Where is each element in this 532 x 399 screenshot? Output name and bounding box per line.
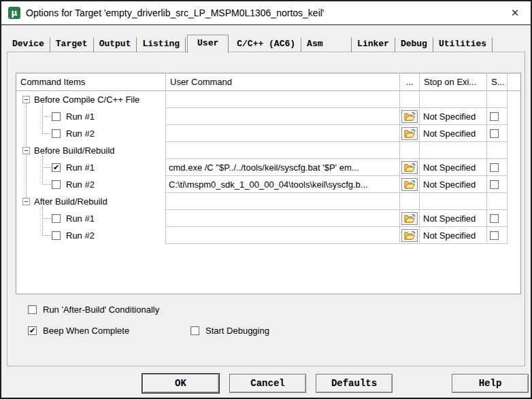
run-enable-checkbox[interactable] [52,112,61,121]
user-command-cell[interactable] [166,210,400,227]
open-folder-icon [404,230,416,240]
run-enable-checkbox[interactable] [52,214,61,223]
checkmark-icon: ✔ [53,164,59,171]
table-row[interactable]: Run #2 Not Specified [16,125,520,142]
run-enable-checkbox[interactable] [52,231,61,240]
s-checkbox[interactable] [490,180,499,189]
col-header-command-items: Command Items [16,73,166,91]
stop-on-exit-cell[interactable]: Not Specified [420,210,487,227]
option-run-after-build: Run 'After-Build' Conditionally [28,305,159,315]
table-row[interactable]: − Before Build/Rebuild [16,142,520,159]
stop-on-exit-cell[interactable]: Not Specified [420,159,487,176]
table-row[interactable]: Run #2 Not Specified [16,227,520,244]
open-folder-icon [404,179,416,189]
col-header-user-command: User Command [166,73,400,91]
user-commands-table: Command Items User Command ... Stop on E… [16,73,521,294]
open-folder-icon [404,111,416,121]
col-header-stop-on-exit: Stop on Exi... [420,73,487,91]
window-title: Options for Target 'empty_driverlib_src_… [26,7,325,18]
user-command-cell[interactable] [166,227,400,244]
tree-group-label: Before Build/Rebuild [34,145,115,156]
checkmark-icon: ✔ [29,327,35,334]
table-header: Command Items User Command ... Stop on E… [16,73,520,91]
col-header-browse: ... [400,73,420,91]
tab-user[interactable]: User [187,35,229,53]
ok-button[interactable]: OK [142,374,219,393]
defaults-button[interactable]: Defaults [316,374,393,393]
title-bar: µ Options for Target 'empty_driverlib_sr… [1,1,531,25]
close-icon[interactable]: ✕ [499,1,531,24]
s-checkbox[interactable] [490,231,499,240]
cancel-button[interactable]: Cancel [229,374,306,393]
user-command-cell[interactable]: cmd.exe /C "$P../../tools/keil/syscfg.ba… [166,159,400,176]
user-command-cell[interactable]: C:\ti\mspm0_sdk_1_00_00_04\tools\keil\sy… [166,176,400,193]
user-command-cell[interactable] [166,108,400,125]
browse-button[interactable] [401,212,418,225]
tree-expander-icon[interactable]: − [22,147,30,154]
run-enable-checkbox[interactable] [52,129,61,138]
open-folder-icon [404,213,416,223]
run-after-build-label: Run 'After-Build' Conditionally [43,305,159,315]
tree-run-label: Run #2 [66,128,95,139]
uvision-app-icon: µ [8,7,20,19]
stop-on-exit-cell[interactable]: Not Specified [420,125,487,142]
run-enable-checkbox[interactable] [52,180,61,189]
beep-when-complete-label: Beep When Complete [43,326,129,336]
table-body: − Before Compile C/C++ File Run #1 [16,91,520,244]
tab-target[interactable]: Target [50,37,94,52]
tree-run-label: Run #1 [66,111,95,122]
tab-listing[interactable]: Listing [137,37,186,52]
tree-run-label: Run #1 [66,162,95,173]
tab-bar: Device Target Output Listing User C/C++ … [7,34,493,52]
user-command-cell[interactable] [166,125,400,142]
option-start-debugging: Start Debugging [190,326,269,336]
run-enable-checkbox[interactable]: ✔ [52,163,61,172]
browse-button[interactable] [401,110,418,123]
option-beep-when-complete: ✔ Beep When Complete [28,326,129,336]
browse-button[interactable] [401,161,418,174]
s-checkbox[interactable] [490,163,499,172]
tab-output[interactable]: Output [94,37,137,52]
table-row[interactable]: ✔ Run #1 cmd.exe /C "$P../../tools/keil/… [16,159,520,176]
tab-linker[interactable]: Linker [352,37,395,52]
s-checkbox[interactable] [490,129,499,138]
tab-asm[interactable]: Asm [301,37,352,52]
col-header-s: S... [487,73,508,91]
browse-button[interactable] [401,178,418,191]
open-folder-icon [404,162,416,172]
tab-device[interactable]: Device [7,37,50,52]
options-for-target-dialog: µ Options for Target 'empty_driverlib_sr… [0,0,532,399]
table-row[interactable]: − Before Compile C/C++ File [16,91,520,108]
tree-expander-icon[interactable]: − [22,198,30,205]
tree-group-label: After Build/Rebuild [34,196,107,207]
user-command-cell[interactable] [166,142,400,159]
tree-expander-icon[interactable]: − [22,96,30,103]
start-debugging-checkbox[interactable] [190,326,199,335]
table-row[interactable]: Run #1 Not Specified [16,210,520,227]
tree-run-label: Run #2 [66,230,95,241]
tree-run-label: Run #1 [66,213,95,224]
tab-cpp-ac6[interactable]: C/C++ (AC6) [231,37,301,52]
s-checkbox[interactable] [490,112,499,121]
stop-on-exit-cell[interactable]: Not Specified [420,108,487,125]
browse-button[interactable] [401,127,418,140]
open-folder-icon [404,128,416,138]
browse-button[interactable] [401,229,418,242]
start-debugging-label: Start Debugging [205,326,269,336]
beep-when-complete-checkbox[interactable]: ✔ [28,326,37,335]
table-row[interactable]: Run #1 Not Specified [16,108,520,125]
table-row[interactable]: Run #2 C:\ti\mspm0_sdk_1_00_00_04\tools\… [16,176,520,193]
s-checkbox[interactable] [490,214,499,223]
user-command-cell[interactable] [166,91,400,108]
tree-group-label: Before Compile C/C++ File [34,94,139,105]
table-row[interactable]: − After Build/Rebuild [16,193,520,210]
tab-utilities[interactable]: Utilities [433,37,493,52]
user-command-cell[interactable] [166,193,400,210]
tree-run-label: Run #2 [66,179,95,190]
stop-on-exit-cell[interactable]: Not Specified [420,227,487,244]
user-tab-page: Command Items User Command ... Stop on E… [7,52,525,366]
help-button[interactable]: Help [452,374,529,393]
run-after-build-checkbox[interactable] [28,305,37,314]
tab-debug[interactable]: Debug [395,37,433,52]
stop-on-exit-cell[interactable]: Not Specified [420,176,487,193]
